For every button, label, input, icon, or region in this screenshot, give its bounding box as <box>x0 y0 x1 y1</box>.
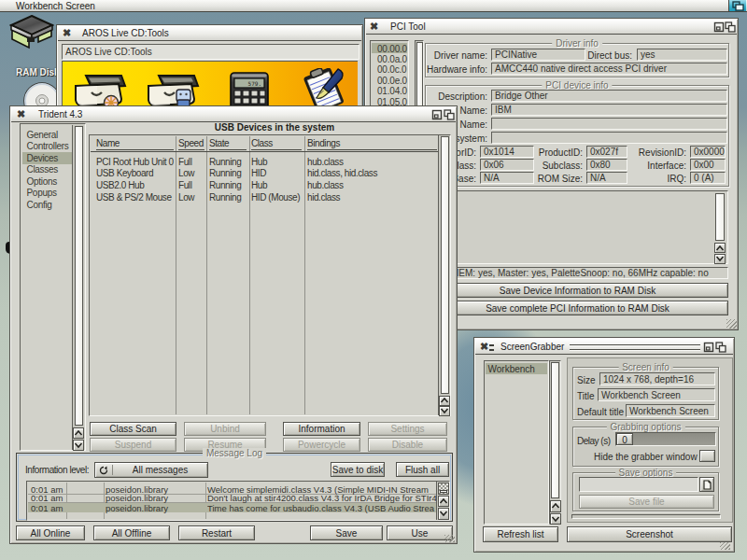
ram-disk-icon[interactable] <box>9 15 54 50</box>
scrollbar-thumb[interactable] <box>715 193 725 241</box>
screenshot-button[interactable]: Screenshot <box>567 526 732 542</box>
sidebar-item-classes[interactable]: Classes <box>27 164 69 176</box>
pci-resize-grip[interactable] <box>726 319 737 329</box>
usb-devices-table[interactable]: Name Speed State Class Bindings PCI Root… <box>89 134 451 416</box>
scroll-up-button[interactable] <box>714 243 726 253</box>
trident-zoom-icon[interactable] <box>431 109 443 120</box>
file-picker-button[interactable] <box>699 477 714 492</box>
pci-zoom-icon[interactable] <box>713 21 725 33</box>
decorative-graphic <box>715 342 726 353</box>
scroll-down-button[interactable] <box>439 406 450 416</box>
delay-value-text: 0 <box>622 435 627 445</box>
save-device-info-button[interactable]: Save Device Information to RAM Disk <box>427 283 728 298</box>
use-button[interactable]: Use <box>387 525 453 540</box>
scroll-down-button[interactable] <box>73 440 84 451</box>
trident-sidebar[interactable]: General Controllers Devices Classes Opti… <box>20 123 86 451</box>
sidebar-item-popups[interactable]: Popups <box>27 188 69 200</box>
all-offline-button[interactable]: All Offline <box>93 525 170 540</box>
tools-path-input[interactable]: AROS Live CD:Tools <box>62 44 359 60</box>
vendor-name-text: IBM <box>495 105 512 115</box>
info-level-cycle[interactable]: All messages <box>94 462 208 478</box>
screen-depth-gadget[interactable] <box>728 0 746 11</box>
use-text: Use <box>412 528 429 539</box>
scrollbar-thumb[interactable] <box>75 126 83 426</box>
scroll-down-button[interactable] <box>550 513 561 525</box>
suspend-button[interactable]: Suspend <box>90 438 176 452</box>
pci-rows-list[interactable] <box>427 190 728 264</box>
grabber-zoom-icon[interactable] <box>703 342 714 353</box>
sidebar-item-general[interactable]: General <box>27 130 69 142</box>
grabber-depth-icon[interactable] <box>715 342 726 353</box>
trident-close-icon[interactable]: ✖ <box>15 108 27 120</box>
pci-depth-icon[interactable] <box>725 21 736 33</box>
hide-grabber-checkbox[interactable] <box>699 450 715 462</box>
info-level-value-text: All messages <box>113 463 207 478</box>
scroll-up-button[interactable] <box>438 496 449 508</box>
field-label: Driver name: <box>434 50 487 61</box>
field-label: Direct bus: <box>587 50 632 61</box>
unbind-button[interactable]: Unbind <box>184 422 266 436</box>
trident-depth-icon[interactable] <box>444 109 455 120</box>
settings-button[interactable]: Settings <box>368 422 447 436</box>
table-column-separator <box>249 136 250 414</box>
pci-close-icon[interactable]: ✖ <box>368 21 380 33</box>
rom-size-text: N/A <box>590 173 606 183</box>
trident-resize-grip[interactable] <box>444 535 455 542</box>
scroll-down-button[interactable] <box>714 254 726 264</box>
flush-all-text: Flush all <box>405 465 440 475</box>
irq-text: 0 (A) <box>694 173 714 183</box>
all-online-button[interactable]: All Online <box>16 525 85 540</box>
ram-disk-label[interactable]: RAM Disk <box>16 67 60 77</box>
drawer-usb-icon[interactable] <box>146 75 202 108</box>
sidebar-item-devices[interactable]: Devices <box>27 153 69 165</box>
powercycle-button[interactable]: Powercycle <box>283 438 360 452</box>
screen-titlebar[interactable]: Workbench Screen <box>0 0 747 12</box>
grabber-close-icon[interactable]: ✖ <box>478 341 490 353</box>
grabber-resize-grip[interactable] <box>720 542 730 550</box>
log-scrollbar[interactable] <box>436 482 449 520</box>
grabber-drag-stripes[interactable] <box>570 344 700 346</box>
trident-sidebar-scrollbar[interactable] <box>72 125 84 450</box>
drawer-icon[interactable] <box>73 75 129 108</box>
flush-all-button[interactable]: Flush all <box>396 462 449 477</box>
delay-slider-knob[interactable]: 0 <box>616 433 633 445</box>
save-button[interactable]: Save <box>310 525 383 540</box>
state-text: Running <box>209 180 247 191</box>
scroll-up-button[interactable] <box>550 500 561 512</box>
table-scrollbar[interactable] <box>438 135 450 415</box>
all-online-text: All Online <box>31 528 71 539</box>
disable-button[interactable]: Disable <box>368 438 447 452</box>
progress-gauge <box>571 514 721 519</box>
scroll-up-button[interactable] <box>73 427 84 439</box>
grabber-screen-list[interactable]: Workbench <box>484 360 549 525</box>
grabber-list-scrollbar[interactable] <box>549 360 561 525</box>
grabber-size-field: 1024 x 768, depth=16 <box>599 372 715 385</box>
bindings-text: hub.class <box>307 180 437 191</box>
trident-titlebar[interactable]: ✖ Trident 4.3 <box>11 107 456 122</box>
calculator-icon[interactable]: 579. <box>230 72 269 109</box>
save-path-input[interactable] <box>579 477 698 492</box>
information-button[interactable]: Information <box>283 422 360 436</box>
tools-titlebar[interactable]: ✖ AROS Live CD:Tools <box>58 26 361 41</box>
restart-button[interactable]: Restart <box>178 525 255 540</box>
grabber-iconify-icon[interactable] <box>489 344 494 346</box>
decorative-graphic <box>551 503 560 510</box>
refresh-list-button[interactable]: Refresh list <box>483 526 558 542</box>
message-log-list[interactable]: 0:01 am poseidon.library Welcome simplem… <box>26 481 450 521</box>
delay-slider[interactable]: 0 <box>615 432 716 446</box>
scroll-up-button[interactable] <box>439 396 450 406</box>
sidebar-item-config[interactable]: Config <box>27 200 69 212</box>
save-to-disk-button[interactable]: Save to disk <box>331 462 385 477</box>
grabber-titlebar[interactable]: ✖ ScreenGrabber <box>475 339 733 355</box>
scrollbar-thumb[interactable] <box>441 136 449 394</box>
sidebar-item-controllers[interactable]: Controllers <box>27 141 69 153</box>
scrollbar-thumb[interactable] <box>551 362 559 498</box>
sidebar-item-options[interactable]: Options <box>27 176 69 189</box>
save-complete-info-button[interactable]: Save complete PCI Information to RAM Dis… <box>427 301 728 315</box>
class-scan-button[interactable]: Class Scan <box>90 422 176 436</box>
scroll-down-button[interactable] <box>438 508 449 520</box>
tools-close-icon[interactable]: ✖ <box>61 27 73 39</box>
save-file-button[interactable]: Save file <box>579 495 714 509</box>
pci-titlebar[interactable]: ✖ PCI Tool <box>366 20 737 35</box>
table-header-separator <box>91 151 438 152</box>
